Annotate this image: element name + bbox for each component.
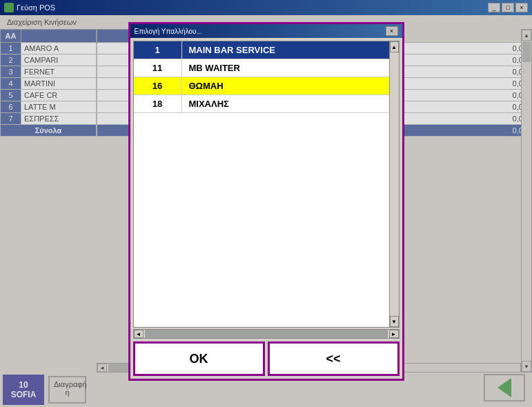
modal-row-num: 1 xyxy=(134,41,182,59)
modal-row-num: 11 xyxy=(134,59,182,77)
main-window: Διαχείριση Κινήσεων ΑΑ 1AMARO A2CAMPARI3… xyxy=(0,15,532,407)
modal-row-name: MB WAITER xyxy=(182,59,399,77)
modal-close-button[interactable]: × xyxy=(386,26,398,36)
minimize-button[interactable]: _ xyxy=(488,3,500,12)
maximize-button[interactable]: □ xyxy=(502,3,514,12)
modal-list-item[interactable]: 11MB WAITER xyxy=(134,59,399,77)
modal-rows-container: 1MAIN BAR SERVICE11MB WAITER16ΘΩΜΑΗ18ΜΙΧ… xyxy=(134,41,399,113)
close-button[interactable]: × xyxy=(515,3,528,12)
app-icon xyxy=(4,3,14,12)
modal-row-name: MAIN BAR SERVICE xyxy=(182,41,399,59)
modal-scroll-up[interactable]: ▲ xyxy=(390,41,399,52)
modal-row-num: 18 xyxy=(134,95,182,112)
modal-scroll-down[interactable]: ▼ xyxy=(390,316,399,327)
modal-row-name: ΘΩΜΑΗ xyxy=(182,77,399,95)
modal-h-left[interactable]: ◄ xyxy=(134,330,144,338)
modal-controls: × xyxy=(386,26,398,36)
modal-scroll-track xyxy=(390,52,399,316)
modal-list-item[interactable]: 1MAIN BAR SERVICE xyxy=(134,41,399,59)
back-button-modal[interactable]: << xyxy=(268,341,400,376)
modal-list-item[interactable]: 18ΜΙΧΑΛΗΣ xyxy=(134,95,399,113)
modal-scrollbar[interactable]: ▲ ▼ xyxy=(389,41,399,327)
title-bar: Γεύση POS _ □ × xyxy=(0,0,532,15)
modal-title-bar: Επιλογή Υπαλλήλου... × xyxy=(130,24,402,38)
modal-h-thumb[interactable] xyxy=(145,330,388,338)
modal-dialog: Επιλογή Υπαλλήλου... × 1MAIN BAR SERVICE… xyxy=(128,22,404,381)
modal-h-right[interactable]: ► xyxy=(389,330,399,338)
window-controls: _ □ × xyxy=(488,3,528,12)
modal-list: 1MAIN BAR SERVICE11MB WAITER16ΘΩΜΑΗ18ΜΙΧ… xyxy=(133,41,400,328)
modal-buttons: OK << xyxy=(133,341,400,376)
ok-button[interactable]: OK xyxy=(133,341,265,376)
modal-h-scrollbar[interactable]: ◄ ► xyxy=(133,329,400,339)
modal-list-item[interactable]: 16ΘΩΜΑΗ xyxy=(134,77,399,95)
modal-title: Επιλογή Υπαλλήλου... xyxy=(135,28,202,35)
modal-content: 1MAIN BAR SERVICE11MB WAITER16ΘΩΜΑΗ18ΜΙΧ… xyxy=(130,38,402,379)
modal-row-name: ΜΙΧΑΛΗΣ xyxy=(182,95,399,112)
app-title: Γεύση POS xyxy=(17,3,55,12)
modal-row-num: 16 xyxy=(134,77,182,95)
modal-overlay: Επιλογή Υπαλλήλου... × 1MAIN BAR SERVICE… xyxy=(0,15,532,407)
